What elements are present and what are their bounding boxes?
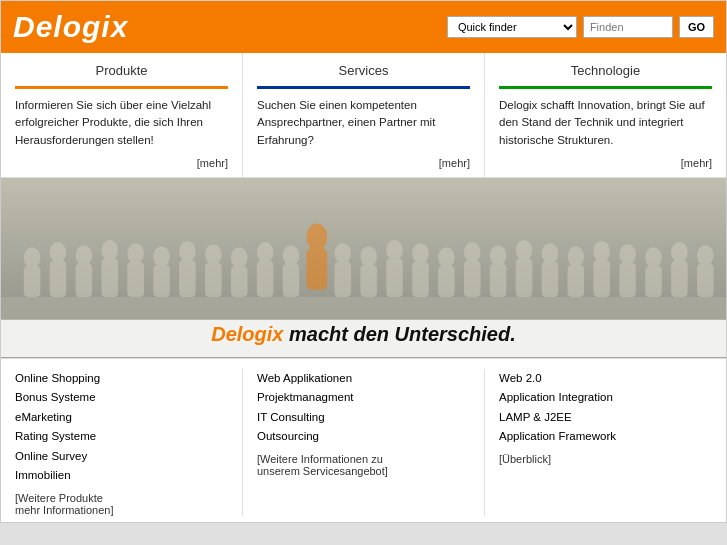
svg-point-15 <box>205 244 222 265</box>
svg-rect-20 <box>257 261 274 297</box>
nav-bar-orange <box>15 86 228 89</box>
bottom-col-technologie-more[interactable]: [Überblick] <box>499 453 712 465</box>
link-projektmanagment[interactable]: Projektmanagment <box>257 388 470 408</box>
link-lamp-j2ee[interactable]: LAMP & J2EE <box>499 408 712 428</box>
svg-point-5 <box>76 245 93 266</box>
svg-rect-38 <box>490 264 507 297</box>
svg-point-31 <box>412 243 429 264</box>
svg-point-11 <box>153 246 170 267</box>
bottom-col-services-more[interactable]: [Weitere Informationen zuunserem Service… <box>257 453 470 477</box>
svg-rect-50 <box>645 266 662 297</box>
hero-canvas: /* SVG rendered below */ <box>1 178 726 358</box>
svg-rect-46 <box>593 259 610 296</box>
nav-col-technologie-more[interactable]: [mehr] <box>499 157 712 169</box>
svg-rect-40 <box>516 258 533 296</box>
link-bonus-systeme[interactable]: Bonus Systeme <box>15 388 228 408</box>
svg-rect-6 <box>76 264 93 297</box>
header-right: Quick finder Produkte Services Technolog… <box>447 16 714 38</box>
link-rating-systeme[interactable]: Rating Systeme <box>15 427 228 447</box>
link-application-integration[interactable]: Application Integration <box>499 388 712 408</box>
go-button[interactable]: GO <box>679 16 714 38</box>
nav-bar-blue <box>257 86 470 89</box>
nav-col-services: Services Suchen Sie einen kompetenten An… <box>243 53 485 177</box>
svg-rect-52 <box>671 261 688 297</box>
link-online-shopping[interactable]: Online Shopping <box>15 369 228 389</box>
link-outsourcing[interactable]: Outsourcing <box>257 427 470 447</box>
search-input[interactable] <box>583 16 673 38</box>
svg-rect-26 <box>335 262 352 297</box>
svg-rect-44 <box>568 265 585 297</box>
nav-col-technologie-text: Delogix schafft Innovation, bringt Sie a… <box>499 97 712 149</box>
svg-rect-28 <box>360 265 377 297</box>
nav-col-services-text: Suchen Sie einen kompetenten Ansprechpar… <box>257 97 470 149</box>
svg-rect-32 <box>412 262 429 297</box>
svg-rect-4 <box>50 261 67 297</box>
header: Delogix Quick finder Produkte Services T… <box>1 1 726 53</box>
svg-point-29 <box>386 240 403 261</box>
nav-col-produkte-title: Produkte <box>15 63 228 82</box>
nav-col-produkte-more[interactable]: [mehr] <box>15 157 228 169</box>
nav-bar-green <box>499 86 712 89</box>
nav-col-services-more[interactable]: [mehr] <box>257 157 470 169</box>
svg-point-23 <box>307 223 328 250</box>
hero-tagline-brand: Delogix <box>211 323 283 345</box>
bottom-col-produkte-more[interactable]: [Weitere Produktemehr Informationen] <box>15 492 228 516</box>
svg-rect-12 <box>153 265 170 297</box>
svg-point-1 <box>24 247 41 268</box>
svg-point-7 <box>101 240 118 261</box>
svg-point-25 <box>335 243 352 264</box>
link-application-framework[interactable]: Application Framework <box>499 427 712 447</box>
hero-section: /* SVG rendered below */ <box>1 178 726 358</box>
nav-col-technologie: Technologie Delogix schafft Innovation, … <box>485 53 726 177</box>
hero-tagline: Delogix macht den Unterschied. <box>211 323 516 346</box>
main-container: Delogix Quick finder Produkte Services T… <box>0 0 727 523</box>
link-web-applikationen[interactable]: Web Applikationen <box>257 369 470 389</box>
hero-tagline-rest: macht den Unterschied. <box>283 323 515 345</box>
svg-point-43 <box>568 246 585 267</box>
svg-point-21 <box>283 245 300 266</box>
bottom-col-services: Web Applikationen Projektmanagment IT Co… <box>243 369 485 516</box>
svg-point-33 <box>438 247 455 268</box>
svg-rect-16 <box>205 263 222 297</box>
svg-rect-42 <box>542 262 559 297</box>
svg-rect-8 <box>101 258 118 296</box>
svg-rect-10 <box>127 262 144 297</box>
svg-point-17 <box>231 247 248 268</box>
nav-col-technologie-title: Technologie <box>499 63 712 82</box>
svg-point-37 <box>490 245 507 266</box>
svg-point-39 <box>516 240 533 261</box>
svg-point-47 <box>619 244 636 265</box>
svg-point-51 <box>671 242 688 263</box>
link-immobilien[interactable]: Immobilien <box>15 466 228 486</box>
link-emarketing[interactable]: eMarketing <box>15 408 228 428</box>
link-web20[interactable]: Web 2.0 <box>499 369 712 389</box>
nav-col-services-title: Services <box>257 63 470 82</box>
bottom-col-technologie: Web 2.0 Application Integration LAMP & J… <box>485 369 726 516</box>
svg-rect-22 <box>283 264 300 297</box>
svg-rect-36 <box>464 261 481 297</box>
bottom-col-produkte: Online Shopping Bonus Systeme eMarketing… <box>1 369 243 516</box>
svg-rect-14 <box>179 259 196 296</box>
svg-rect-54 <box>697 264 714 297</box>
svg-rect-30 <box>386 258 403 296</box>
svg-point-53 <box>697 245 714 266</box>
svg-point-9 <box>127 243 144 264</box>
svg-point-13 <box>179 241 196 262</box>
logo: Delogix <box>13 10 128 44</box>
svg-rect-48 <box>619 263 636 297</box>
svg-rect-18 <box>231 266 248 297</box>
svg-point-19 <box>257 242 274 263</box>
svg-rect-2 <box>24 266 41 297</box>
quickfinder-select[interactable]: Quick finder Produkte Services Technolog… <box>447 16 577 38</box>
svg-point-49 <box>645 247 662 268</box>
svg-point-27 <box>360 246 377 267</box>
svg-point-3 <box>50 242 67 263</box>
bottom-section: Online Shopping Bonus Systeme eMarketing… <box>1 358 726 522</box>
link-it-consulting[interactable]: IT Consulting <box>257 408 470 428</box>
svg-rect-34 <box>438 266 455 297</box>
nav-col-produkte: Produkte Informieren Sie sich über eine … <box>1 53 243 177</box>
nav-section: Produkte Informieren Sie sich über eine … <box>1 53 726 178</box>
svg-point-45 <box>593 241 610 262</box>
svg-rect-24 <box>307 248 328 289</box>
link-online-survey[interactable]: Online Survey <box>15 447 228 467</box>
